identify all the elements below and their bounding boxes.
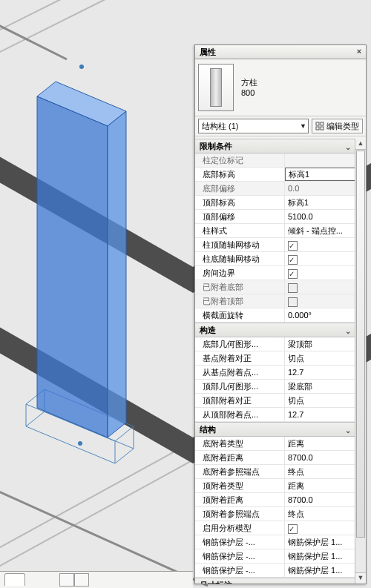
vertical-scrollbar[interactable]: ▲ ▼ (355, 139, 366, 584)
property-row[interactable]: 柱顶随轴网移动 (195, 238, 355, 252)
panel-titlebar[interactable]: 属性 × (195, 45, 366, 59)
property-row: 已附着底部 (195, 280, 355, 294)
property-value[interactable]: 标高1 (285, 168, 355, 181)
property-value: 0.0 (285, 182, 355, 195)
property-value[interactable]: 钢筋保护层 1... (285, 564, 355, 577)
property-row[interactable]: 房间边界 (195, 266, 355, 280)
property-row[interactable]: 顶部几何图形...梁底部 (195, 380, 355, 394)
property-row[interactable]: 基点附着对正切点 (195, 351, 355, 366)
property-row[interactable]: 顶部偏移5100.0 (195, 210, 355, 224)
property-row[interactable]: 顶附着类型距离 (195, 479, 355, 493)
property-name: 基点附着对正 (195, 351, 285, 365)
group-header[interactable]: 尺寸标注⌄ (195, 578, 355, 584)
property-row[interactable]: 顶部标高标高1 (195, 196, 355, 210)
close-icon[interactable]: × (354, 47, 364, 57)
property-value[interactable]: 8700.0 (285, 493, 355, 506)
property-row[interactable]: 从基点附着点...12.7 (195, 366, 355, 380)
property-value[interactable]: 标高1 (285, 196, 355, 209)
property-row: 柱定位标记 (195, 153, 355, 168)
property-value[interactable] (285, 521, 355, 535)
group-header[interactable]: 构造⌄ (195, 323, 355, 337)
collapse-icon[interactable]: ⌄ (345, 325, 351, 338)
property-value[interactable]: 8700.0 (285, 451, 355, 464)
property-value[interactable]: 钢筋保护层 1... (285, 549, 355, 563)
collapse-icon[interactable]: ⌄ (345, 424, 351, 437)
property-value[interactable]: 切点 (285, 351, 355, 365)
property-value[interactable]: 12.7 (285, 408, 355, 421)
property-grid[interactable]: 限制条件⌄柱定位标记底部标高标高1底部偏移0.0顶部标高标高1顶部偏移5100.… (195, 139, 366, 584)
edit-type-button[interactable]: 编辑类型 (312, 119, 363, 133)
statusbar-btn-2[interactable] (74, 573, 89, 587)
property-row[interactable]: 横截面旋转0.000° (195, 308, 355, 323)
property-row[interactable]: 顶附着距离8700.0 (195, 493, 355, 507)
property-row[interactable]: 底附着参照端点终点 (195, 465, 355, 479)
scroll-down-icon[interactable]: ▼ (355, 572, 366, 584)
property-value[interactable]: 终点 (285, 465, 355, 478)
instance-selector[interactable]: 结构柱 (1) ▼ (198, 119, 309, 133)
scrollbar-thumb[interactable] (356, 151, 365, 538)
property-name: 从基点附着点... (195, 366, 285, 379)
svg-rect-19 (316, 122, 319, 125)
collapse-icon[interactable]: ⌄ (345, 580, 351, 584)
property-value[interactable]: 0.000° (285, 308, 355, 322)
property-value[interactable]: 5100.0 (285, 210, 355, 223)
property-name: 柱顶随轴网移动 (195, 238, 285, 251)
property-row[interactable]: 柱底随轴网移动 (195, 252, 355, 266)
property-name: 底部偏移 (195, 182, 285, 195)
property-value[interactable]: 梁顶部 (285, 337, 355, 351)
property-value[interactable]: 倾斜 - 端点控... (285, 224, 355, 237)
property-value[interactable]: 梁底部 (285, 380, 355, 393)
property-value[interactable] (285, 252, 355, 265)
property-row[interactable]: 顶部附着对正切点 (195, 394, 355, 408)
scroll-up-icon[interactable]: ▲ (355, 139, 366, 150)
property-name: 横截面旋转 (195, 308, 285, 322)
property-row[interactable]: 底部标高标高1 (195, 168, 355, 182)
property-name: 顶部几何图形... (195, 380, 285, 393)
property-value (285, 294, 355, 308)
svg-line-5 (0, 482, 208, 586)
group-header[interactable]: 限制条件⌄ (195, 139, 355, 153)
svg-point-18 (78, 441, 82, 446)
checkbox[interactable] (288, 255, 298, 265)
property-name: 钢筋保护层 -... (195, 549, 285, 563)
property-row[interactable]: 钢筋保护层 -...钢筋保护层 1... (195, 564, 355, 578)
property-row[interactable]: 钢筋保护层 -...钢筋保护层 1... (195, 535, 355, 549)
property-row[interactable]: 顶附着参照端点终点 (195, 507, 355, 521)
property-name: 柱样式 (195, 224, 285, 237)
svg-marker-15 (37, 96, 108, 437)
statusbar-btn-1[interactable] (59, 573, 74, 587)
property-value[interactable]: 距离 (285, 437, 355, 450)
property-value[interactable]: 12.7 (285, 366, 355, 379)
type-header[interactable]: 方柱 800 (195, 59, 366, 116)
view-tab[interactable] (4, 573, 25, 586)
property-name: 房间边界 (195, 266, 285, 280)
property-row[interactable]: 底部几何图形...梁顶部 (195, 337, 355, 351)
checkbox[interactable] (288, 241, 298, 251)
property-name: 顶部偏移 (195, 210, 285, 223)
properties-panel: 属性 × 方柱 800 结构柱 (1) ▼ 编辑类型 限制条件⌄柱定位标记 (194, 44, 367, 584)
property-row[interactable]: 底附着类型距离 (195, 437, 355, 451)
group-header[interactable]: 结构⌄ (195, 422, 355, 437)
property-row[interactable]: 柱样式倾斜 - 端点控... (195, 224, 355, 238)
property-value[interactable] (285, 238, 355, 251)
property-value[interactable]: 距离 (285, 479, 355, 492)
property-name: 顶附着距离 (195, 493, 285, 506)
property-value[interactable]: 切点 (285, 394, 355, 407)
property-value[interactable]: 终点 (285, 507, 355, 521)
property-name: 顶附着参照端点 (195, 507, 285, 521)
property-value[interactable] (285, 266, 355, 280)
edit-type-icon (315, 122, 324, 131)
property-name: 已附着顶部 (195, 294, 285, 308)
property-value[interactable]: 钢筋保护层 1... (285, 535, 355, 549)
property-name: 底部标高 (195, 168, 285, 181)
svg-line-2 (0, 437, 200, 564)
property-name: 底附着距离 (195, 451, 285, 464)
property-row[interactable]: 从顶部附着点...12.7 (195, 408, 355, 422)
checkbox[interactable] (288, 524, 298, 534)
property-row[interactable]: 底附着距离8700.0 (195, 451, 355, 465)
property-row[interactable]: 启用分析模型 (195, 521, 355, 535)
collapse-icon[interactable]: ⌄ (345, 141, 351, 154)
property-row[interactable]: 钢筋保护层 -...钢筋保护层 1... (195, 549, 355, 564)
property-name: 顶部附着对正 (195, 394, 285, 407)
checkbox[interactable] (288, 269, 298, 279)
